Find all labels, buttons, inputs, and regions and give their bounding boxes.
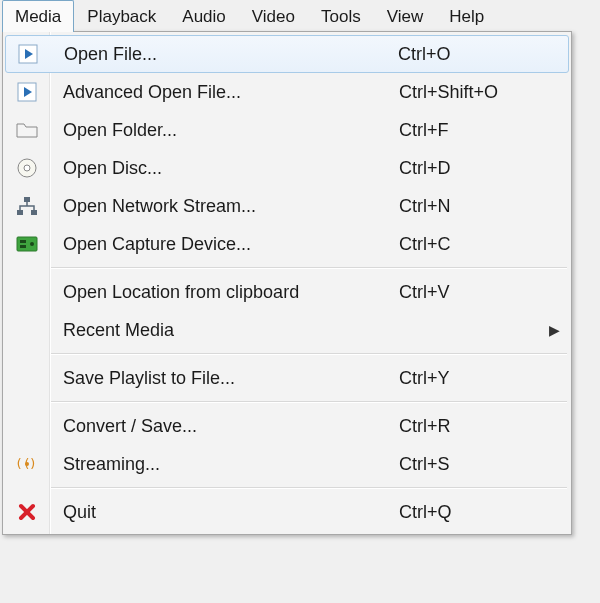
menu-separator (51, 353, 567, 355)
menu-separator (51, 487, 567, 489)
menu-item-streaming[interactable]: (()) Streaming... Ctrl+S (5, 445, 569, 483)
menu-item-accel: Ctrl+D (399, 158, 549, 179)
svg-rect-10 (20, 240, 26, 243)
stream-icon: (()) (5, 456, 49, 472)
menu-item-accel: Ctrl+V (399, 282, 549, 303)
menu-item-label: Convert / Save... (49, 416, 399, 437)
menu-item-label: Advanced Open File... (49, 82, 399, 103)
svg-rect-7 (17, 210, 23, 215)
menu-item-open-folder[interactable]: Open Folder... Ctrl+F (5, 111, 569, 149)
menu-tools[interactable]: Tools (308, 0, 374, 32)
menu-item-label: Open Network Stream... (49, 196, 399, 217)
svg-rect-8 (31, 210, 37, 215)
menu-audio[interactable]: Audio (169, 0, 238, 32)
menu-item-recent-media[interactable]: Recent Media ▶ (5, 311, 569, 349)
menu-item-accel: Ctrl+F (399, 120, 549, 141)
menu-item-label: Open Location from clipboard (49, 282, 399, 303)
menu-item-accel: Ctrl+N (399, 196, 549, 217)
menu-item-advanced-open-file[interactable]: Advanced Open File... Ctrl+Shift+O (5, 73, 569, 111)
menu-item-open-file[interactable]: Open File... Ctrl+O (5, 35, 569, 73)
menu-video[interactable]: Video (239, 0, 308, 32)
menu-item-label: Open Disc... (49, 158, 399, 179)
menu-separator (51, 267, 567, 269)
submenu-arrow-icon: ▶ (549, 322, 569, 338)
menu-item-save-playlist[interactable]: Save Playlist to File... Ctrl+Y (5, 359, 569, 397)
media-dropdown: Open File... Ctrl+O Advanced Open File..… (2, 31, 572, 535)
menu-item-open-capture-device[interactable]: Open Capture Device... Ctrl+C (5, 225, 569, 263)
menu-item-accel: Ctrl+R (399, 416, 549, 437)
menu-item-convert-save[interactable]: Convert / Save... Ctrl+R (5, 407, 569, 445)
menu-item-label: Open Capture Device... (49, 234, 399, 255)
folder-icon (5, 121, 49, 139)
svg-text:)): )) (29, 456, 39, 471)
capture-card-icon (5, 236, 49, 252)
network-icon (5, 196, 49, 216)
menu-item-accel: Ctrl+S (399, 454, 549, 475)
menu-help[interactable]: Help (436, 0, 497, 32)
menu-item-accel: Ctrl+Shift+O (399, 82, 549, 103)
menu-item-open-disc[interactable]: Open Disc... Ctrl+D (5, 149, 569, 187)
menu-item-label: Save Playlist to File... (49, 368, 399, 389)
menu-item-accel: Ctrl+Y (399, 368, 549, 389)
svg-point-5 (24, 165, 30, 171)
menu-media[interactable]: Media (2, 0, 74, 32)
menu-item-accel: Ctrl+Q (399, 502, 549, 523)
menu-separator (51, 401, 567, 403)
menu-item-label: Quit (49, 502, 399, 523)
menu-item-accel: Ctrl+C (399, 234, 549, 255)
menu-item-label: Open File... (50, 44, 398, 65)
menu-item-label: Recent Media (49, 320, 399, 341)
svg-rect-11 (20, 245, 26, 248)
menu-view[interactable]: View (374, 0, 437, 32)
menu-playback[interactable]: Playback (74, 0, 169, 32)
disc-icon (5, 157, 49, 179)
play-file-icon (5, 82, 49, 102)
menubar: Media Playback Audio Video Tools View He… (0, 0, 600, 32)
svg-point-12 (30, 242, 34, 246)
menu-item-label: Open Folder... (49, 120, 399, 141)
svg-rect-6 (24, 197, 30, 202)
menu-item-open-network-stream[interactable]: Open Network Stream... Ctrl+N (5, 187, 569, 225)
menu-item-open-location-clipboard[interactable]: Open Location from clipboard Ctrl+V (5, 273, 569, 311)
quit-icon (5, 503, 49, 521)
menu-item-accel: Ctrl+O (398, 44, 548, 65)
menu-item-quit[interactable]: Quit Ctrl+Q (5, 493, 569, 531)
menu-item-label: Streaming... (49, 454, 399, 475)
play-file-icon (6, 44, 50, 64)
